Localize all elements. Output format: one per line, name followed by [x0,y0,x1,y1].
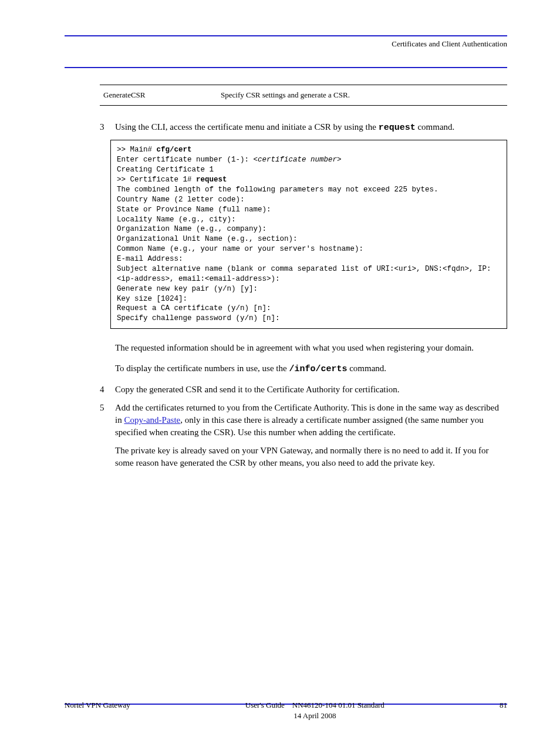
cli-code-block: >> Main# cfg/cert Enter certificate numb… [110,140,507,329]
step-5: 5 Add the certificates returned to you f… [100,402,507,439]
copy-paste-link[interactable]: Copy-and-Paste [124,415,180,425]
step-number: 3 [100,121,115,134]
para-agreement: The requested information should be in a… [115,342,507,354]
step-4: 4 Copy the generated CSR and send it to … [100,383,507,396]
step-number: 4 [100,383,115,396]
para-private-key: The private key is already saved on your… [115,445,507,469]
csr-row: GenerateCSR Specify CSR settings and gen… [100,85,507,106]
footer-center: User's Guide NN46120-104 01.01 Standard … [130,700,500,721]
page-footer: Nortel VPN Gateway User's Guide NN46120-… [65,700,507,721]
step-text: Add the certificates returned to you fro… [115,402,507,439]
footer-page: 81 [500,700,507,721]
step-number: 5 [100,402,115,439]
csr-label: GenerateCSR [100,90,221,100]
csr-desc: Specify CSR settings and generate a CSR. [221,90,507,100]
page-header: Certificates and Client Authentication [65,39,507,49]
step-text: Copy the generated CSR and send it to th… [115,383,507,396]
footer-left: Nortel VPN Gateway [65,700,130,721]
step-text: Using the CLI, access the certificate me… [115,121,507,134]
step-3: 3 Using the CLI, access the certificate … [100,121,507,134]
para-display-certs: To display the certificate numbers in us… [115,362,507,375]
